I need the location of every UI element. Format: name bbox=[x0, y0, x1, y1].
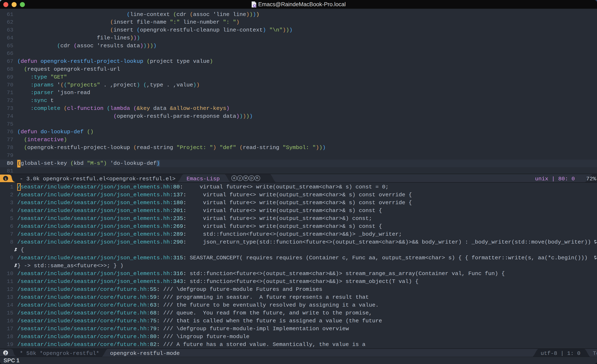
svg-text:2: 2 bbox=[4, 351, 7, 356]
svg-text:1: 1 bbox=[4, 177, 7, 181]
